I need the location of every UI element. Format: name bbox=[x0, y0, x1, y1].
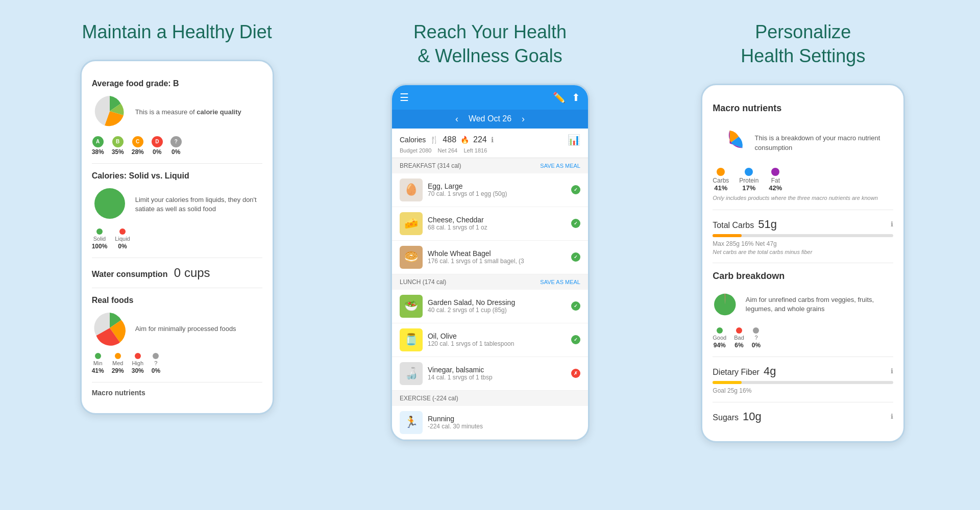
menu-icon[interactable]: ☰ bbox=[400, 91, 409, 104]
egg-info: Egg, Large 70 cal. 1 srvgs of 1 egg (50g… bbox=[428, 182, 566, 197]
total-carbs-info[interactable]: ℹ bbox=[891, 220, 893, 228]
dot-min bbox=[95, 353, 101, 359]
food-cheese[interactable]: 🧀 Cheese, Cheddar 68 cal. 1 srvgs of 1 o… bbox=[392, 207, 588, 241]
salad-info: Garden Salad, No Dressing 40 cal. 2 srvg… bbox=[428, 298, 566, 314]
dot-q bbox=[153, 353, 159, 359]
oil-name: Oil, Olive bbox=[428, 332, 566, 340]
real-foods-desc: Aim for minimally processed foods bbox=[135, 324, 236, 334]
breakfast-header: BREAKFAST (314 cal) SAVE AS MEAL bbox=[392, 158, 588, 173]
food-bagel[interactable]: 🥯 Whole Wheat Bagel 176 cal. 1 srvgs of … bbox=[392, 241, 588, 274]
sugars-info[interactable]: ℹ bbox=[891, 413, 893, 420]
carbs-progress-fill bbox=[713, 234, 742, 237]
bagel-badge: ✓ bbox=[571, 252, 580, 262]
carb-unknown: ? 0% bbox=[752, 327, 761, 349]
lunch-title: LUNCH (174 cal) bbox=[400, 278, 446, 286]
bagel-info: Whole Wheat Bagel 176 cal. 1 srvgs of 1 … bbox=[428, 249, 566, 265]
total-carbs-note: Net carbs are the total carbs minus fibe… bbox=[713, 249, 893, 255]
cheese-desc: 68 cal. 1 srvgs of 1 oz bbox=[428, 224, 566, 231]
calories-fork-value: 488 bbox=[443, 135, 456, 144]
solid-liquid-section: Calories: Solid vs. Liquid Limit your ca… bbox=[92, 164, 262, 258]
salad-thumb: 🥗 bbox=[400, 295, 423, 318]
breakfast-title: BREAKFAST (314 cal) bbox=[400, 162, 461, 169]
calories-info-icon[interactable]: ℹ bbox=[491, 136, 494, 144]
food-vinegar[interactable]: 🍶 Vinegar, balsamic 14 cal. 1 srvgs of 1… bbox=[392, 357, 588, 391]
carb-chart-row: Aim for unrefined carbs from veggies, fr… bbox=[713, 287, 893, 322]
legend-c: C 28% bbox=[132, 136, 144, 156]
carb-good: Good 94% bbox=[713, 327, 726, 349]
bagel-name: Whole Wheat Bagel bbox=[428, 249, 566, 258]
carbs-dot bbox=[717, 168, 725, 176]
macro-note: Only includes products where the three m… bbox=[713, 194, 893, 202]
macro-chart-row: This is a breakdown of your macro nutrie… bbox=[713, 123, 893, 164]
fiber-label: Dietary Fiber bbox=[713, 368, 760, 377]
carb-breakdown-panel: Carb breakdown Aim for unrefined carbs f… bbox=[713, 263, 893, 357]
total-carbs-value: 51g bbox=[758, 218, 777, 231]
exercise-title: EXERCISE (-224 cal) bbox=[400, 395, 458, 402]
right-column: PersonalizeHealth Settings Macro nutrien… bbox=[647, 10, 960, 453]
water-section: Water consumption 0 cups bbox=[92, 258, 262, 288]
svg-point-0 bbox=[94, 188, 125, 219]
sugars-label: Sugars bbox=[713, 413, 739, 422]
food-oil[interactable]: 🫙 Oil, Olive 120 cal. 1 srvgs of 1 table… bbox=[392, 323, 588, 357]
total-carbs-panel: Total Carbs 51g ℹ Max 285g 16% Net 47g N… bbox=[713, 210, 893, 263]
fiber-value: 4g bbox=[764, 365, 776, 378]
carbs-progress-bg bbox=[713, 234, 893, 237]
cheese-name: Cheese, Cheddar bbox=[428, 216, 566, 224]
main-layout: Maintain a Healthy Diet Average food gra… bbox=[20, 10, 960, 453]
middle-title: Reach Your Health& Wellness Goals bbox=[413, 20, 567, 68]
budget-row: Budget 2080 Net 264 Left 1816 bbox=[400, 147, 580, 154]
oil-desc: 120 cal. 1 srvgs of 1 tablespoon bbox=[428, 340, 566, 347]
left-column: Maintain a Healthy Diet Average food gra… bbox=[20, 10, 333, 453]
save-lunch-btn[interactable]: SAVE AS MEAL bbox=[540, 279, 580, 285]
dot-b: B bbox=[112, 136, 124, 147]
chart-icon[interactable]: 📊 bbox=[568, 134, 580, 146]
dot-med bbox=[115, 353, 121, 359]
bagel-thumb: 🥯 bbox=[400, 246, 423, 269]
total-carbs-label: Total Carbs bbox=[713, 221, 754, 230]
macro-partial-section: Macro nutrients bbox=[92, 382, 262, 403]
carb-bad: Bad 6% bbox=[734, 327, 744, 349]
legend-b: B 35% bbox=[112, 136, 124, 156]
solid-liquid-desc: Limit your calories from liquids, they d… bbox=[135, 195, 262, 214]
solid-liquid-legend: Solid 100% Liquid 0% bbox=[92, 228, 262, 250]
dot-high bbox=[135, 353, 141, 359]
run-desc: -224 cal. 30 minutes bbox=[428, 423, 580, 430]
macro-legend: Carbs 41% Protein 17% Fat 42% bbox=[713, 168, 893, 192]
upload-icon[interactable]: ⬆ bbox=[572, 91, 580, 104]
date-display: Wed Oct 26 bbox=[469, 114, 511, 123]
vinegar-desc: 14 cal. 1 srvgs of 1 tbsp bbox=[428, 374, 566, 381]
oil-badge: ✓ bbox=[571, 335, 580, 344]
legend-q: ? 0% bbox=[152, 353, 160, 374]
oil-thumb: 🫙 bbox=[400, 328, 423, 351]
macro-protein: Protein 17% bbox=[739, 168, 758, 192]
solid-liquid-chart bbox=[92, 186, 128, 223]
egg-thumb: 🥚 bbox=[400, 178, 423, 201]
vinegar-thumb: 🍶 bbox=[400, 362, 423, 385]
save-breakfast-btn[interactable]: SAVE AS MEAL bbox=[540, 163, 580, 169]
food-egg[interactable]: 🥚 Egg, Large 70 cal. 1 srvgs of 1 egg (5… bbox=[392, 173, 588, 207]
salad-desc: 40 cal. 2 srvgs of 1 cup (85g) bbox=[428, 307, 566, 314]
real-foods-section: Real foods Ai bbox=[92, 288, 262, 382]
food-running[interactable]: 🏃 Running -224 cal. 30 minutes bbox=[392, 406, 588, 440]
macro-fat: Fat 42% bbox=[769, 168, 782, 192]
fiber-progress-fill bbox=[713, 381, 742, 384]
egg-badge: ✓ bbox=[571, 185, 580, 194]
edit-icon[interactable]: ✏️ bbox=[553, 91, 566, 104]
dot-liquid bbox=[119, 228, 126, 235]
food-grade-title: Average food grade: B bbox=[92, 79, 262, 88]
next-date-arrow[interactable]: › bbox=[522, 114, 525, 124]
fiber-info[interactable]: ℹ bbox=[891, 367, 893, 375]
prev-date-arrow[interactable]: ‹ bbox=[455, 114, 458, 124]
macro-nutrients-panel: Macro nutrients This is a breakdown of y… bbox=[713, 95, 893, 210]
vinegar-badge: ✗ bbox=[571, 369, 580, 378]
cheese-thumb: 🧀 bbox=[400, 212, 423, 235]
dot-a: A bbox=[92, 136, 104, 147]
fiber-detail: Goal 25g 16% bbox=[713, 387, 893, 394]
food-salad[interactable]: 🥗 Garden Salad, No Dressing 40 cal. 2 sr… bbox=[392, 290, 588, 323]
run-thumb: 🏃 bbox=[400, 411, 423, 434]
total-carbs-detail: Max 285g 16% Net 47g bbox=[713, 240, 893, 247]
legend-high: High 30% bbox=[132, 353, 144, 374]
dot-carb-q bbox=[753, 327, 759, 334]
dot-d: D bbox=[152, 136, 163, 147]
water-value: 0 cups bbox=[174, 266, 210, 279]
